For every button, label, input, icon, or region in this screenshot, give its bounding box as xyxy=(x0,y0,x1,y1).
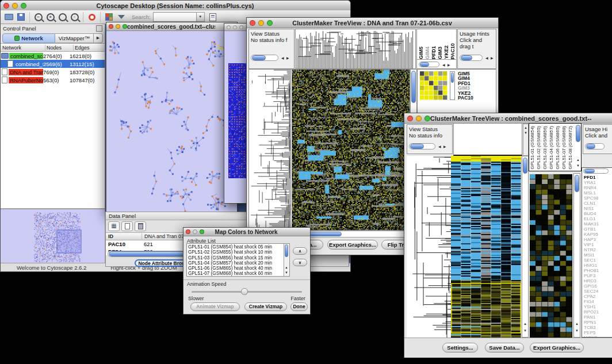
network-view-canvas[interactable] xyxy=(106,31,236,213)
scroll-up-icon[interactable]: ▲ xyxy=(523,322,527,325)
scrollbar-thumb[interactable] xyxy=(411,71,416,103)
gene-dendrogram-canvas[interactable] xyxy=(249,70,291,230)
network-name[interactable]: RNAPuberNov2+ xyxy=(9,77,43,83)
tv2-zoom-heatmap[interactable] xyxy=(530,174,572,338)
filter-icon[interactable] xyxy=(116,13,126,22)
zoom-button[interactable] xyxy=(123,24,127,29)
scrollbar-thumb[interactable] xyxy=(420,62,429,67)
close-button[interactable] xyxy=(250,20,255,26)
attribute-list-item[interactable]: GPL51-01 (GSM854) heat shock 05 min xyxy=(188,244,288,250)
gene-label[interactable]: GTB1 xyxy=(584,227,599,232)
treeview2-titlebar[interactable]: ClusterMaker TreeView : combined_scores_… xyxy=(404,113,612,124)
array-label[interactable]: GPL51-07 (GSM868) xyxy=(562,126,568,170)
tv2-global-heatmap[interactable] xyxy=(451,156,521,338)
close-button[interactable] xyxy=(407,116,413,121)
scroll-down-icon[interactable]: ▼ xyxy=(575,329,579,332)
attribute-list-item[interactable]: GPL51-04 (GSM857) heat shock 20 min xyxy=(188,260,288,266)
scroll-right-icon[interactable]: ▶ xyxy=(443,145,446,148)
gene-zoom-label[interactable]: PAC10 xyxy=(458,95,473,100)
create-attribute-icon[interactable] xyxy=(121,221,133,231)
array-label[interactable]: GPL51-08 (GSM872) xyxy=(568,126,575,170)
tv1-hints-scrollbar[interactable] xyxy=(460,55,483,61)
scrollbar-thumb[interactable] xyxy=(523,158,527,174)
search-dropdown-arrow-icon[interactable]: ▼ xyxy=(196,13,204,21)
minimize-button[interactable] xyxy=(193,229,197,234)
gene-label[interactable]: NTR2 xyxy=(584,247,599,252)
gene-label[interactable]: MAK31 xyxy=(584,221,599,227)
scroll-down-icon[interactable]: ▼ xyxy=(576,164,580,167)
tv2-gene-dendrogram[interactable] xyxy=(407,156,452,338)
tab-overflow-arrow[interactable]: ▶ xyxy=(94,33,103,43)
array-label[interactable]: GPL51-04 (GSM857) xyxy=(549,126,556,170)
scroll-right-icon[interactable]: ▶ xyxy=(447,63,450,67)
tv2-hints-scrollbar[interactable] xyxy=(585,143,605,150)
scroll-left-icon[interactable]: ◀ xyxy=(281,56,284,60)
annotation-icon[interactable] xyxy=(208,13,218,22)
scroll-left-icon[interactable]: ◀ xyxy=(442,63,445,67)
network-view-titlebar[interactable]: combined_scores_good.txt--cluste... xyxy=(106,22,237,31)
tv1-array-dendrogram[interactable] xyxy=(295,29,416,69)
gene-label[interactable]: YSH1 xyxy=(584,304,599,309)
scroll-left-icon[interactable]: ◀ xyxy=(438,145,441,148)
create-vizmap-button[interactable]: Create Vizmap xyxy=(244,302,287,311)
tv1-hscrollbar[interactable]: ◀ ▶ xyxy=(292,231,419,237)
gene-label[interactable]: MSI1 xyxy=(584,252,599,258)
network-name[interactable]: combined_scores xyxy=(9,53,43,59)
header-network[interactable]: Network xyxy=(1,45,45,51)
gene-label[interactable]: RPN1 xyxy=(584,320,599,325)
close-button[interactable] xyxy=(227,25,231,29)
col-id[interactable]: ID xyxy=(106,233,142,239)
scroll-down-icon[interactable]: ▼ xyxy=(523,329,527,332)
scrollbar-thumb[interactable] xyxy=(586,144,595,149)
zoom-button[interactable] xyxy=(424,116,430,121)
zoom-selected-icon[interactable]: ▫ xyxy=(70,13,79,22)
dialog-titlebar[interactable]: Map Colors to Network xyxy=(183,228,310,236)
gene-label[interactable]: ELG1 xyxy=(584,216,599,221)
gene-label[interactable]: MSL1 xyxy=(584,190,599,196)
gene-label[interactable]: SPC98 xyxy=(584,196,599,201)
array-label[interactable]: GIM4 xyxy=(425,47,431,59)
attribute-list-item[interactable]: GPL51-06 (GSM865) heat shock 40 min xyxy=(188,266,288,271)
array-dendrogram-canvas[interactable] xyxy=(296,29,415,68)
tv2-vscrollbar[interactable]: ▲ ▼ xyxy=(522,156,529,338)
gene-label[interactable]: SEC1 xyxy=(584,258,599,263)
array-label[interactable]: PFD1 xyxy=(431,46,437,59)
network-name[interactable]: DNA and Tran 07 xyxy=(9,69,43,75)
scroll-right-icon[interactable]: ▶ xyxy=(286,56,289,60)
tab-network[interactable]: Network xyxy=(2,33,55,43)
scrollbar-thumb[interactable] xyxy=(584,169,595,173)
select-attributes-icon[interactable]: ▦ xyxy=(108,221,120,231)
gene-label[interactable]: HMG1 xyxy=(584,263,599,268)
array-label[interactable]: YKE2 xyxy=(444,45,450,59)
header-edges[interactable]: Edges xyxy=(74,45,105,51)
scrollbar-thumb[interactable] xyxy=(252,55,266,60)
gene-label[interactable]: PEP5 xyxy=(584,330,599,335)
help-lifering-icon[interactable] xyxy=(87,13,97,22)
export-graphics-button[interactable]: Export Graphics... xyxy=(530,343,584,352)
attribute-list-item[interactable]: GPL51-07 (GSM868) heat shock 60 min xyxy=(188,271,288,276)
gene-label[interactable]: HRD3 xyxy=(584,278,599,283)
zoom-vscrollbar[interactable] xyxy=(450,71,455,100)
gene-label[interactable]: RNR4 xyxy=(584,185,599,190)
tv1-gene-dendrogram[interactable] xyxy=(248,69,292,231)
export-graphics-button[interactable]: Export Graphics... xyxy=(327,240,378,250)
delete-attribute-icon[interactable] xyxy=(135,221,146,231)
close-button[interactable] xyxy=(3,3,9,9)
done-button[interactable]: Done xyxy=(290,302,308,311)
gene-label[interactable]: PAN1 xyxy=(584,315,599,320)
zoom-button[interactable] xyxy=(200,229,204,234)
global-heatmap-canvas[interactable] xyxy=(292,70,410,230)
zoom-button[interactable] xyxy=(21,3,26,9)
scroll-up-icon[interactable]: ▲ xyxy=(285,266,288,269)
scroll-up-icon[interactable]: ▲ xyxy=(576,158,580,162)
tv2-mini-scroll-strip[interactable]: ▲ ▼ xyxy=(523,124,529,156)
zoom-heatmap-canvas[interactable] xyxy=(530,174,572,338)
gene-label[interactable]: PHO81 xyxy=(584,268,599,273)
gene-label[interactable]: PFD1 xyxy=(584,175,599,180)
tv2-status-scrollbar[interactable] xyxy=(409,143,435,150)
gene-label[interactable]: FIG4 xyxy=(584,299,599,304)
scrollbar-thumb[interactable] xyxy=(461,55,472,60)
gene-label[interactable]: GPI16 xyxy=(584,283,599,289)
save-data-button[interactable]: Save Data... xyxy=(485,343,524,352)
scrollbar-thumb[interactable] xyxy=(575,175,579,192)
